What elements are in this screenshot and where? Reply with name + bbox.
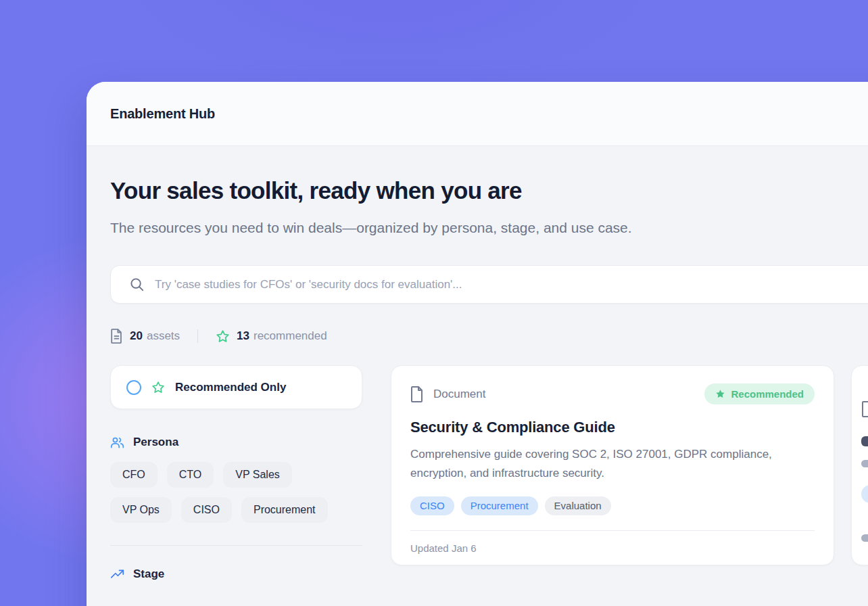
persona-facet-header: Persona bbox=[110, 435, 362, 450]
asset-card-security-compliance-guide[interactable]: Document Recommended Security & Complian… bbox=[391, 365, 834, 565]
assets-label: assets bbox=[147, 329, 180, 343]
persona-chip-list: CFO CTO VP Sales VP Ops CISO Procurement bbox=[110, 462, 362, 523]
recommended-label: recommended bbox=[254, 329, 327, 343]
persona-facet-label: Persona bbox=[133, 436, 178, 449]
asset-type-label: Document bbox=[433, 388, 485, 401]
recommended-only-radio[interactable] bbox=[126, 380, 141, 395]
star-filled-icon bbox=[715, 389, 725, 399]
card-footer: Updated Jan 6 bbox=[410, 530, 815, 555]
search-input[interactable] bbox=[155, 278, 763, 292]
assets-count: 20 bbox=[130, 329, 143, 343]
card-top-row: Document Recommended bbox=[410, 383, 815, 404]
page-title: Your sales toolkit, ready when you are bbox=[110, 176, 868, 206]
sidebar-divider bbox=[110, 545, 362, 546]
persona-chip-procurement[interactable]: Procurement bbox=[241, 497, 328, 523]
persona-chip-cto[interactable]: CTO bbox=[167, 462, 214, 488]
asset-type: Document bbox=[410, 386, 485, 402]
persona-chip-vp-sales[interactable]: VP Sales bbox=[223, 462, 292, 488]
recommended-badge-label: Recommended bbox=[731, 388, 804, 400]
trending-up-icon bbox=[110, 567, 124, 582]
document-count-icon bbox=[110, 329, 123, 344]
persona-chip-vp-ops[interactable]: VP Ops bbox=[110, 497, 172, 523]
stats-divider bbox=[197, 329, 198, 343]
content-row: Recommended Only Persona CFO CTO VP Sale… bbox=[110, 365, 868, 582]
recommended-only-toggle[interactable]: Recommended Only bbox=[110, 365, 362, 409]
asset-tag-list: CISO Procurement Evaluation bbox=[410, 496, 815, 515]
star-icon bbox=[216, 329, 230, 344]
search-icon bbox=[129, 277, 145, 292]
recommended-only-label: Recommended Only bbox=[175, 381, 286, 394]
app-body: Your sales toolkit, ready when you are T… bbox=[87, 146, 868, 582]
persona-chip-cfo[interactable]: CFO bbox=[110, 462, 158, 488]
partial-description bbox=[861, 460, 868, 467]
tag-procurement[interactable]: Procurement bbox=[461, 496, 538, 515]
app-title: Enablement Hub bbox=[110, 106, 215, 122]
recommended-badge: Recommended bbox=[704, 383, 815, 404]
asset-title: Security & Compliance Guide bbox=[410, 419, 815, 436]
partial-tag bbox=[861, 485, 868, 503]
tag-evaluation[interactable]: Evaluation bbox=[545, 496, 611, 515]
persona-chip-ciso[interactable]: CISO bbox=[181, 497, 232, 523]
asset-updated: Updated Jan 6 bbox=[410, 542, 477, 554]
users-icon bbox=[110, 436, 124, 450]
stage-facet-header: Stage bbox=[110, 567, 362, 582]
partial-footer bbox=[861, 534, 868, 542]
page-subtitle: The resources you need to win deals—orga… bbox=[110, 215, 644, 241]
search-bar[interactable] bbox=[110, 265, 868, 304]
recommended-count: 13 bbox=[237, 329, 249, 343]
document-icon bbox=[861, 401, 868, 417]
asset-cards-row: Document Recommended Security & Complian… bbox=[391, 365, 868, 582]
filters-sidebar: Recommended Only Persona CFO CTO VP Sale… bbox=[110, 365, 362, 582]
partial-title bbox=[861, 436, 868, 446]
stage-facet-label: Stage bbox=[133, 567, 164, 581]
stats-row: 20 assets 13 recommended bbox=[110, 328, 868, 344]
tag-ciso[interactable]: CISO bbox=[410, 496, 454, 515]
enablement-hub-panel: Enablement Hub Your sales toolkit, ready… bbox=[87, 82, 868, 606]
app-header: Enablement Hub bbox=[87, 82, 868, 146]
asset-description: Comprehensive guide covering SOC 2, ISO … bbox=[410, 445, 815, 483]
document-icon bbox=[410, 386, 424, 402]
asset-card-partial[interactable] bbox=[851, 365, 868, 565]
star-icon bbox=[151, 381, 165, 394]
